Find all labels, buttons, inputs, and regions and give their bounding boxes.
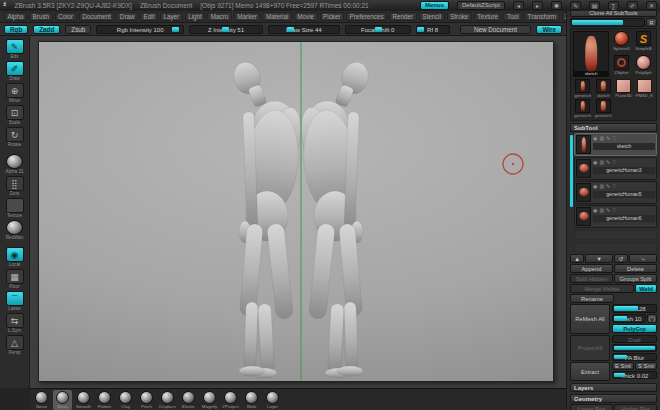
menu-edit[interactable]: Edit bbox=[140, 12, 158, 21]
paint-icon[interactable]: ▥ bbox=[599, 135, 604, 142]
menu-document[interactable]: Document bbox=[79, 12, 115, 21]
slider-handle[interactable] bbox=[614, 346, 655, 350]
texture-selector[interactable]: Texture bbox=[3, 198, 27, 219]
local-symmetry-button[interactable]: ⇆ L.Sym bbox=[3, 313, 27, 334]
sculpt-icon[interactable]: ✎ bbox=[606, 207, 610, 214]
zscript-icon[interactable]: ∑ bbox=[608, 1, 619, 10]
brush-zproject[interactable]: ZProject bbox=[221, 390, 240, 410]
viewport-canvas[interactable] bbox=[30, 36, 566, 388]
print-icon[interactable]: ▤ bbox=[589, 1, 600, 10]
palette-icon[interactable]: ✱ bbox=[551, 1, 562, 10]
subtool-paste-button[interactable]: ⤷ bbox=[629, 254, 657, 263]
paint-icon[interactable]: ▥ bbox=[599, 207, 604, 214]
rf-slider[interactable]: Rf 8 bbox=[416, 25, 450, 34]
edit-mode-button[interactable]: ✎ Edit bbox=[3, 39, 27, 60]
menu-light[interactable]: Light bbox=[185, 12, 206, 21]
thick-slider[interactable]: Thick 0.02 bbox=[612, 371, 657, 379]
slider-handle[interactable] bbox=[614, 316, 627, 321]
sculpt-icon[interactable]: ✎ bbox=[606, 159, 610, 166]
forward-arrow-icon[interactable]: ▸ bbox=[532, 1, 543, 10]
perspective-button[interactable]: △ Persp bbox=[3, 335, 27, 356]
zsub-toggle[interactable]: Zsub bbox=[65, 25, 91, 34]
menus-toggle-button[interactable]: Menus bbox=[420, 1, 449, 10]
active-tool-thumbnail[interactable]: sketch bbox=[573, 31, 609, 77]
r-button[interactable]: R bbox=[646, 18, 657, 27]
sculpt-icon[interactable]: ✎ bbox=[606, 135, 610, 142]
slider-handle[interactable] bbox=[287, 27, 294, 32]
default-zscript-button[interactable]: DefaultZScript bbox=[457, 1, 505, 10]
menu-picker[interactable]: Picker bbox=[320, 12, 345, 21]
draw-mode-button[interactable]: ✐ Draw bbox=[3, 61, 27, 82]
layers-section-header[interactable]: Layers bbox=[570, 383, 657, 392]
higher-res-button[interactable]: Higher Res bbox=[614, 404, 657, 410]
menu-preferences[interactable]: Preferences bbox=[346, 12, 387, 21]
tool-thumb-generich-2[interactable]: generich bbox=[573, 99, 593, 118]
subtool-scrollbar[interactable] bbox=[570, 135, 573, 207]
close-icon[interactable]: ✕ bbox=[646, 1, 657, 10]
brush-clay[interactable]: Clay bbox=[116, 390, 135, 410]
tool-thumb-simplebrush[interactable]: S SimpleB bbox=[633, 31, 654, 54]
menu-material[interactable]: Material bbox=[262, 12, 291, 21]
draw-size-slider[interactable]: Draw Size 44 bbox=[268, 25, 340, 34]
s-smt-toggle[interactable]: S Smt bbox=[635, 362, 657, 370]
rename-button[interactable]: Rename bbox=[570, 294, 614, 303]
tool-thumb-polysphere[interactable]: PolySph bbox=[633, 55, 654, 78]
polish-slider[interactable]: Polish 10 bbox=[612, 314, 646, 323]
pa-blur-slider[interactable]: PA Blur bbox=[612, 353, 657, 361]
slider-handle[interactable] bbox=[614, 306, 638, 311]
zbrush-document[interactable] bbox=[38, 41, 554, 382]
move-mode-button[interactable]: ⊕ Move bbox=[3, 83, 27, 104]
polygrp-toggle[interactable]: PolyGrp bbox=[612, 324, 657, 333]
split-hidden-button[interactable]: Split Hidden bbox=[570, 274, 613, 283]
extract-button[interactable]: Extract bbox=[570, 362, 610, 381]
menu-color[interactable]: Color bbox=[55, 12, 77, 21]
subtool-copy-button[interactable]: ↺ bbox=[614, 254, 628, 263]
visibility-eye-icon[interactable]: ◉ bbox=[593, 183, 597, 190]
weld-toggle[interactable]: Weld bbox=[635, 284, 657, 293]
lower-res-button[interactable]: Lower Res bbox=[570, 404, 613, 410]
slider-handle[interactable] bbox=[375, 27, 382, 32]
tool-thumb-zsphere[interactable]: ZSpher bbox=[611, 55, 632, 78]
slider-handle[interactable] bbox=[172, 27, 179, 32]
menu-alpha[interactable]: Alpha bbox=[4, 12, 27, 21]
menu-stencil[interactable]: Stencil bbox=[419, 12, 445, 21]
slider-handle[interactable] bbox=[222, 27, 229, 32]
tool-thumb-pm3d[interactable]: PM3D_S bbox=[635, 79, 655, 98]
e-smt-toggle[interactable]: E Smt bbox=[612, 362, 634, 370]
zadd-toggle[interactable]: Zadd bbox=[33, 25, 60, 34]
slider-handle[interactable] bbox=[614, 355, 627, 359]
menu-marker[interactable]: Marker bbox=[234, 12, 261, 21]
favorite-icon[interactable]: ♡ bbox=[612, 183, 616, 190]
brush-elastic[interactable]: Elastic bbox=[179, 390, 198, 410]
paint-icon[interactable]: ▥ bbox=[599, 183, 604, 190]
tool-name-slider[interactable]: sketch 34 bbox=[570, 18, 645, 27]
scale-mode-button[interactable]: ⊡ Scale bbox=[3, 105, 27, 126]
note-icon[interactable]: ✐ bbox=[627, 1, 638, 10]
visibility-eye-icon[interactable]: ◉ bbox=[593, 207, 597, 214]
floor-grid-button[interactable]: ▦ Floor bbox=[3, 269, 27, 290]
visibility-eye-icon[interactable]: ◉ bbox=[593, 159, 597, 166]
slider-handle[interactable] bbox=[417, 27, 424, 32]
tool-thumb-plane3d[interactable]: Plane3D bbox=[614, 79, 634, 98]
subtool-item-generichuman6[interactable]: ◉ ▥ ✎ ♡ genericHuman6 bbox=[574, 205, 657, 228]
polish-circle-toggle[interactable]: ◯ bbox=[647, 314, 657, 323]
brush-blob[interactable]: Blob bbox=[242, 390, 261, 410]
local-pivot-button[interactable]: ◉ Local bbox=[3, 247, 27, 268]
stroke-selector[interactable]: ⣿ Dots bbox=[3, 176, 27, 197]
menu-stroke[interactable]: Stroke bbox=[447, 12, 472, 21]
alpha-selector[interactable]: Alpha 31 bbox=[3, 154, 27, 175]
z-intensity-slider[interactable]: Z Intensity 51 bbox=[189, 25, 263, 34]
rgb-toggle[interactable]: Rgb bbox=[4, 25, 28, 34]
rgb-intensity-slider[interactable]: Rgb Intensity 100 bbox=[96, 25, 184, 34]
slider-handle[interactable] bbox=[572, 20, 623, 25]
back-arrow-icon[interactable]: ◂ bbox=[513, 1, 524, 10]
remesh-all-button[interactable]: ReMesh All bbox=[570, 304, 610, 334]
res-slider[interactable]: Res 128 bbox=[612, 304, 657, 313]
subtool-down-button[interactable]: ▼ bbox=[585, 254, 613, 263]
subtool-section-header[interactable]: SubTool bbox=[570, 123, 657, 132]
visibility-eye-icon[interactable]: ◉ bbox=[593, 135, 597, 142]
menu-render[interactable]: Render bbox=[389, 12, 417, 21]
menu-tool[interactable]: Tool bbox=[503, 12, 522, 21]
rotate-mode-button[interactable]: ↻ Rotate bbox=[3, 127, 27, 148]
focal-shift-slider[interactable]: Focal Shift 0 bbox=[345, 25, 411, 34]
